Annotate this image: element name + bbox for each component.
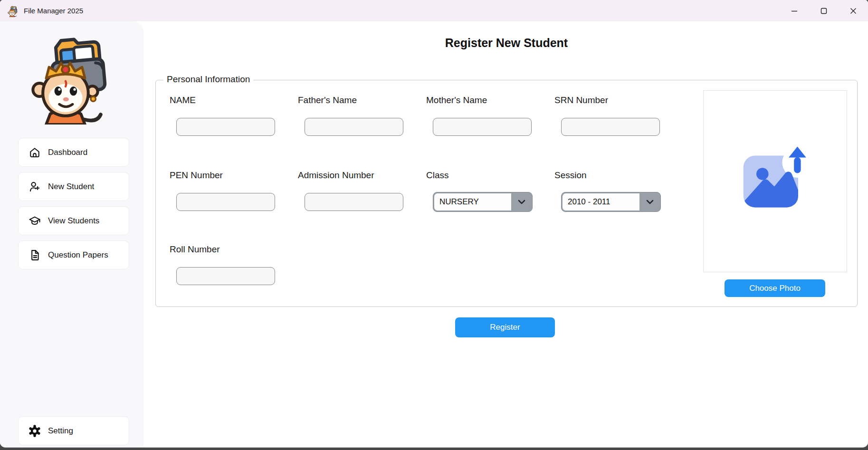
person-add-icon: [28, 180, 41, 193]
gear-icon: [28, 424, 41, 438]
close-icon: [850, 8, 857, 14]
choose-photo-button[interactable]: Choose Photo: [725, 279, 825, 297]
sidebar-item-label: Question Papers: [48, 250, 108, 260]
mothers-name-input[interactable]: [433, 118, 532, 136]
mothers-name-label: Mother's Name: [426, 95, 487, 105]
srn-number-label: SRN Number: [554, 95, 608, 105]
pen-number-label: PEN Number: [170, 170, 223, 181]
chevron-down-icon: [639, 192, 660, 211]
sidebar-item-label: Dashboard: [48, 148, 87, 157]
class-select[interactable]: NURSERY: [433, 192, 533, 212]
srn-number-input[interactable]: [561, 118, 660, 136]
maximize-button[interactable]: [809, 0, 839, 21]
close-button[interactable]: [839, 0, 868, 21]
titlebar: File Manager 2025: [0, 0, 868, 21]
groupbox-legend: Personal Information: [163, 74, 253, 85]
class-label: Class: [426, 170, 449, 181]
admission-number-input[interactable]: [305, 193, 403, 211]
session-label: Session: [554, 170, 587, 181]
sidebar: Dashboard New Student View Students: [0, 21, 143, 447]
graduation-cap-icon: [28, 214, 41, 228]
app-logo: [26, 27, 117, 124]
sidebar-item-view-students[interactable]: View Students: [18, 206, 129, 235]
admission-number-label: Admission Number: [298, 170, 374, 181]
class-selected-value: NURSERY: [434, 193, 511, 211]
minimize-icon: [791, 8, 798, 14]
photo-preview-box: [703, 90, 847, 272]
fathers-name-label: Father's Name: [298, 95, 357, 105]
session-select[interactable]: 2010 - 2011: [561, 192, 661, 212]
image-upload-icon: [735, 144, 815, 220]
session-selected-value: 2010 - 2011: [563, 193, 639, 211]
sidebar-item-label: View Students: [48, 216, 99, 226]
sidebar-item-new-student[interactable]: New Student: [18, 172, 129, 201]
fathers-name-input[interactable]: [305, 118, 403, 136]
page-title: Register New Student: [155, 36, 858, 50]
name-input[interactable]: [176, 118, 275, 136]
roll-number-input[interactable]: [176, 267, 275, 285]
window-controls: [780, 0, 868, 21]
window-title: File Manager 2025: [24, 7, 83, 15]
app-window: File Manager 2025 Dashboard: [0, 0, 868, 447]
chevron-down-icon: [511, 192, 532, 211]
sidebar-item-dashboard[interactable]: Dashboard: [18, 138, 129, 167]
sidebar-item-setting[interactable]: Setting: [18, 416, 129, 445]
roll-number-label: Roll Number: [170, 244, 220, 255]
sidebar-item-question-papers[interactable]: Question Papers: [18, 240, 129, 269]
maximize-icon: [820, 8, 827, 14]
sidebar-item-label: New Student: [48, 182, 94, 191]
home-icon: [28, 146, 41, 159]
minimize-button[interactable]: [780, 0, 809, 21]
document-icon: [28, 249, 41, 262]
pen-number-input[interactable]: [176, 193, 275, 211]
app-icon: [7, 5, 19, 17]
register-button[interactable]: Register: [455, 317, 555, 337]
sidebar-item-label: Setting: [48, 426, 73, 436]
name-label: NAME: [170, 95, 196, 105]
